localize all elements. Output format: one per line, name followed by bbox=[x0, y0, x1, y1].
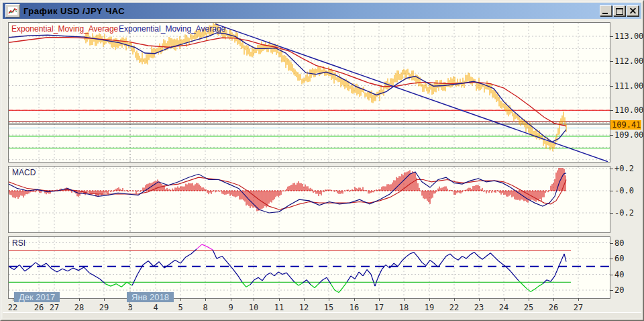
time-axis-label: 26 bbox=[549, 303, 558, 312]
macd-axis-label: -0.0 bbox=[614, 186, 634, 195]
price-axis-label: 109.00 bbox=[614, 130, 643, 140]
status-strip bbox=[3, 312, 641, 318]
time-axis-label: 22 bbox=[449, 303, 459, 312]
minimize-icon bbox=[602, 13, 608, 14]
time-axis-label: 11 bbox=[274, 303, 284, 312]
rsi-axis-label: 60 bbox=[614, 254, 624, 263]
time-axis-label: 9 bbox=[228, 303, 233, 312]
rsi-axis-label: 80 bbox=[614, 238, 624, 248]
price-axis-label-tick bbox=[610, 61, 613, 62]
time-axis-tick bbox=[379, 298, 380, 301]
price-axis-label-tick bbox=[610, 86, 613, 87]
current-price-badge: 109.41 bbox=[610, 120, 641, 130]
time-axis-label: 29 bbox=[99, 303, 109, 312]
time-axis-label: 12 bbox=[299, 303, 309, 312]
window-title: График USD /JPY ЧАС bbox=[23, 6, 125, 16]
chart-window: График USD /JPY ЧАС Exponential_Moving_A… bbox=[0, 0, 644, 321]
time-axis-label: 22 bbox=[8, 303, 17, 312]
time-axis-tick bbox=[205, 298, 206, 301]
time-axis-label: 8 bbox=[203, 303, 207, 312]
month-separator-tick bbox=[129, 301, 129, 310]
time-axis-tick bbox=[504, 298, 504, 301]
time-axis-tick bbox=[354, 298, 355, 301]
price-axis: 113.00112.00111.00110.00109.00+0.2-0.0-0… bbox=[610, 1, 644, 314]
rsi-axis-label: 40 bbox=[614, 270, 624, 279]
time-axis-tick bbox=[479, 298, 480, 301]
time-axis-label: 27 bbox=[574, 303, 583, 312]
time-axis-label: 17 bbox=[374, 303, 384, 312]
rsi-axis-label: 20 bbox=[614, 285, 624, 295]
macd-axis-label-tick bbox=[610, 169, 613, 169]
time-axis-tick bbox=[13, 298, 13, 301]
time-axis-tick bbox=[180, 298, 181, 301]
macd-label: MACD bbox=[12, 168, 36, 177]
macd-axis-label: +0.2 bbox=[614, 164, 634, 173]
price-axis-label: 111.00 bbox=[614, 81, 643, 91]
time-axis-tick bbox=[279, 298, 280, 301]
price-panel[interactable] bbox=[8, 22, 610, 163]
price-chart-canvas[interactable] bbox=[9, 23, 610, 162]
rsi-axis-label-tick bbox=[610, 243, 613, 244]
time-axis-tick bbox=[254, 298, 254, 301]
time-axis-label: 28 bbox=[74, 303, 84, 312]
macd-chart-canvas[interactable] bbox=[9, 167, 610, 232]
macd-axis-label: -0.2 bbox=[614, 208, 634, 218]
title-bar[interactable]: График USD /JPY ЧАС bbox=[3, 3, 641, 19]
chart-icon bbox=[5, 4, 20, 17]
time-axis-tick bbox=[454, 298, 455, 301]
ema-fast-label: Exponential_Moving_Average bbox=[11, 24, 118, 34]
time-axis-label: 27 bbox=[50, 303, 59, 312]
time-axis-label: 4 bbox=[153, 303, 158, 312]
time-axis-tick bbox=[578, 298, 579, 301]
month-badge: Дек 2017 bbox=[14, 292, 60, 302]
rsi-axis-label-tick bbox=[610, 275, 613, 275]
price-axis-label-tick bbox=[610, 110, 613, 111]
time-axis-tick bbox=[529, 298, 529, 301]
time-axis-label: 16 bbox=[350, 303, 359, 312]
time-axis-label: 19 bbox=[425, 303, 434, 312]
time-axis-label: 15 bbox=[324, 303, 333, 312]
macd-axis-label-tick bbox=[610, 213, 613, 214]
time-axis-tick bbox=[329, 298, 329, 301]
time-axis-tick bbox=[553, 298, 554, 301]
rsi-label: RSI bbox=[12, 238, 25, 248]
rsi-panel[interactable] bbox=[8, 236, 610, 299]
price-axis-label-tick bbox=[610, 36, 613, 37]
month-badge: Янв 2018 bbox=[127, 292, 174, 302]
price-axis-label: 112.00 bbox=[614, 56, 643, 66]
time-axis-label: 10 bbox=[249, 303, 258, 312]
price-axis-label: 113.00 bbox=[614, 32, 643, 41]
rsi-axis-label-tick bbox=[610, 259, 613, 259]
time-axis-label: 24 bbox=[499, 303, 508, 312]
time-axis-label: 5 bbox=[178, 303, 182, 312]
time-axis-tick bbox=[429, 298, 430, 301]
time-axis-label: 26 bbox=[34, 303, 44, 312]
time-axis-label: 23 bbox=[474, 303, 484, 312]
time-axis-tick bbox=[304, 298, 305, 301]
rsi-axis-label-tick bbox=[610, 290, 613, 291]
time-axis-label: 25 bbox=[524, 303, 533, 312]
price-axis-label-tick bbox=[610, 135, 613, 136]
macd-panel[interactable] bbox=[8, 166, 610, 233]
macd-axis-label-tick bbox=[610, 191, 613, 191]
time-axis-tick bbox=[104, 298, 105, 301]
rsi-chart-canvas[interactable] bbox=[9, 237, 610, 298]
time-axis-label: 18 bbox=[399, 303, 409, 312]
ema-slow-label: Exponential_Moving_Average bbox=[119, 24, 225, 34]
time-axis-tick bbox=[231, 298, 231, 301]
time-axis-tick bbox=[404, 298, 405, 301]
price-axis-label: 110.00 bbox=[614, 105, 643, 115]
time-axis-tick bbox=[79, 298, 80, 301]
